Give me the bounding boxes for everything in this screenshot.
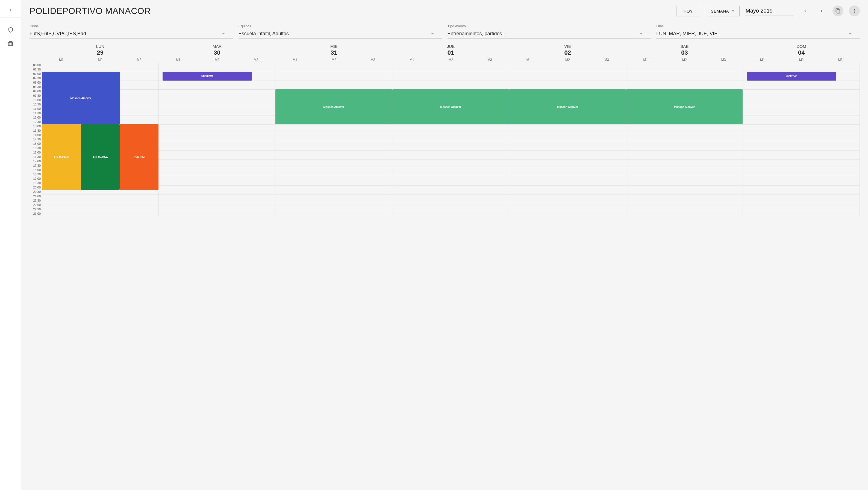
sub-column-label: M2 (431, 58, 470, 62)
day-header: MAR30 (159, 44, 276, 56)
calendar-event[interactable]: Mossen Alcover (392, 89, 509, 124)
sub-column-label: M1 (743, 58, 782, 62)
calendar-event[interactable]: AELM-CM-D (42, 124, 81, 190)
chevron-right-icon (9, 8, 12, 12)
copy-icon (835, 8, 841, 14)
day-number: 29 (42, 49, 159, 56)
sidebar (0, 0, 21, 490)
day-header: LUN29 (42, 44, 159, 56)
prev-button[interactable] (800, 5, 811, 17)
caret-down-icon (431, 33, 434, 34)
calendar-event[interactable]: Mossen Alcover (275, 89, 392, 124)
calendar-event[interactable]: Mossen Alcover (626, 89, 743, 124)
day-header: VIE02 (509, 44, 626, 56)
calendar-event[interactable]: FESTIVO (747, 72, 836, 80)
sub-column-label: M3 (470, 58, 509, 62)
day-header: MIE31 (275, 44, 392, 56)
calendar-event[interactable]: FESTIVO (162, 72, 252, 80)
sub-column-label: M2 (197, 58, 237, 62)
day-number: 30 (159, 49, 276, 56)
day-column[interactable]: FESTIVO (159, 63, 276, 216)
calendar-event[interactable]: AELM-JM-A (81, 124, 120, 190)
filter-dias[interactable]: LUN, MAR, MIER, JUE, VIE... (656, 30, 860, 38)
time-label: 13:00 (30, 124, 42, 128)
caret-down-icon (849, 33, 851, 34)
sub-column-label: M1 (392, 58, 431, 62)
filter-equipos[interactable]: Escuela infaltil, Adultos... (239, 30, 442, 38)
time-label: 16:00 (30, 150, 42, 155)
view-select[interactable]: SEMANA (706, 6, 740, 17)
sub-column-label: M1 (42, 58, 81, 62)
day-name: DOM (743, 44, 860, 48)
day-column[interactable]: Mossen AlcoverAELM-CM-DAELM-JM-ACVM-SM (42, 63, 159, 216)
sub-column-label: M1 (275, 58, 314, 62)
sub-column-label: M2 (665, 58, 704, 62)
sub-column-label: M3 (353, 58, 393, 62)
filter-label-clubs: Clubs (30, 24, 233, 28)
calendar-event[interactable]: Mossen Alcover (42, 72, 120, 124)
time-label: 20:00 (30, 185, 42, 190)
day-column[interactable]: FESTIVO (743, 63, 860, 216)
filter-clubs[interactable]: FutS,FutS,CVPC,IES,Bàd. (30, 30, 233, 38)
filter-tipo-value: Entrenamientos, partidos... (447, 31, 506, 37)
day-header: SAB03 (626, 44, 743, 56)
day-column[interactable]: Mossen Alcover (626, 63, 743, 216)
calendar: LUN29MAR30MIE31JUE01VIE02SAB03DOM04 M1M2… (30, 44, 860, 222)
filter-label-dias: Días (656, 24, 860, 28)
time-label: 14:30 (30, 137, 42, 141)
time-label: 10:00 (30, 98, 42, 102)
time-label: 08:00 (30, 80, 42, 85)
day-column[interactable]: Mossen Alcover (275, 63, 392, 216)
time-label: 13:30 (30, 128, 42, 133)
day-number: 31 (275, 49, 392, 56)
time-label: 22:30 (30, 207, 42, 211)
day-number: 03 (626, 49, 743, 56)
filter-label-equipos: Equipos (239, 24, 442, 28)
time-label: 21:30 (30, 198, 42, 203)
day-name: LUN (42, 44, 159, 48)
sidebar-item-security[interactable] (0, 23, 21, 37)
time-label: 20:30 (30, 190, 42, 194)
page-title: POLIDEPORTIVO MANACOR (30, 6, 671, 16)
time-label: 18:30 (30, 172, 42, 176)
time-label: 12:00 (30, 115, 42, 120)
time-label: 14:00 (30, 133, 42, 137)
day-column[interactable]: Mossen Alcover (392, 63, 509, 216)
time-label: 11:00 (30, 106, 42, 111)
time-label: 10:30 (30, 102, 42, 106)
next-button[interactable] (816, 5, 827, 17)
sidebar-item-institution[interactable] (0, 37, 21, 50)
day-column[interactable]: Mossen Alcover (509, 63, 626, 216)
date-input[interactable] (745, 6, 794, 16)
filter-tipo[interactable]: Entrenamientos, partidos... (447, 30, 651, 38)
sub-column-label: M3 (237, 58, 276, 62)
calendar-event[interactable]: Mossen Alcover (509, 89, 626, 124)
day-name: VIE (509, 44, 626, 48)
more-button[interactable] (849, 5, 860, 17)
time-label: 08:30 (30, 85, 42, 89)
filter-clubs-value: FutS,FutS,CVPC,IES,Bàd. (30, 31, 87, 37)
time-label: 22:00 (30, 203, 42, 207)
sub-column-label: M1 (159, 58, 198, 62)
time-label: 06:30 (30, 67, 42, 71)
caret-down-icon (640, 33, 643, 34)
time-label: 07:30 (30, 76, 42, 80)
calendar-event[interactable]: CVM-SM (120, 124, 158, 190)
time-label: 07:00 (30, 71, 42, 76)
day-number: 01 (392, 49, 509, 56)
sub-column-label: M2 (81, 58, 120, 62)
time-label: 09:30 (30, 93, 42, 98)
day-number: 04 (743, 49, 860, 56)
time-label: 23:00 (30, 211, 42, 216)
time-label: 17:30 (30, 163, 42, 168)
caret-down-icon (732, 10, 735, 12)
chevron-left-icon (802, 8, 808, 14)
sub-column-label: M2 (314, 58, 353, 62)
filter-label-tipo: Tipo evento (447, 24, 651, 28)
today-button[interactable]: HOY (676, 6, 700, 17)
sidebar-toggle[interactable] (0, 2, 21, 18)
filter-equipos-value: Escuela infaltil, Adultos... (239, 31, 293, 37)
time-label: 21:00 (30, 194, 42, 198)
sub-column-label: M1 (626, 58, 665, 62)
copy-button[interactable] (833, 5, 843, 17)
